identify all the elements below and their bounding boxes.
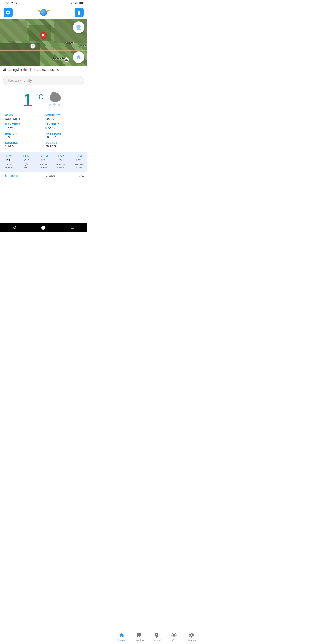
location-bar: 🏙 Springville 🇺🇸 📍 42.1055, -91.5120: [0, 66, 87, 74]
hourly-desc: overcastclouds: [52, 163, 70, 169]
snowflake-icon: ❄: [57, 102, 61, 107]
wind-label: WIND: [5, 114, 42, 117]
map-container[interactable]: 13 151 Whittier Viola Springville Google: [0, 19, 87, 66]
hourly-desc: overcastclouds: [70, 163, 87, 169]
cloud-shape: [50, 94, 61, 102]
hourly-temp: 2°C: [35, 158, 52, 162]
settings-button[interactable]: [3, 8, 12, 17]
humidity-value: 90%: [5, 135, 42, 139]
map-label-whittier: Whittier: [64, 41, 74, 44]
map-road: [0, 50, 87, 51]
map-road: [45, 19, 45, 66]
road-badge-13: 13: [30, 44, 35, 49]
content-scroll: 13 151 Whittier Viola Springville Google…: [0, 19, 87, 207]
android-home-button[interactable]: ⬤: [41, 225, 45, 230]
temperature-display: 1 °C ❄ ❄ ❄: [0, 88, 87, 111]
svg-rect-1: [76, 3, 77, 4]
snowflake-icon: ❄: [48, 102, 52, 107]
hourly-row: 4 PM 2°C overcastclouds 7 PM 2°C lightra…: [0, 154, 87, 169]
maxtemp-section: MAX TEMP 1.67°C: [3, 122, 43, 130]
map-pin-dot: [39, 31, 48, 40]
flag-icon: 🇺🇸: [23, 68, 27, 72]
map-field: [0, 21, 27, 41]
hourly-item: 10 PM 2°C overcastclouds: [35, 154, 52, 169]
map-field: [29, 26, 51, 41]
app-logo: [38, 7, 49, 18]
pressure-section: PRESSURE 1013Pa: [43, 131, 84, 140]
details-grid: WIND N3.58MpH VISIBILITY 10000 MAX TEMP …: [3, 113, 84, 149]
sunset-label: SUNSET: [45, 141, 82, 144]
svg-rect-5: [83, 2, 83, 4]
snowflake-icon: ❄: [53, 102, 56, 107]
android-nav-bar: ◁ ⬤ ▭: [0, 223, 87, 232]
svg-rect-3: [77, 2, 78, 4]
status-bar: 5:00 ⊙ ✉ •: [0, 0, 87, 6]
coordinates: 42.1055, -91.5120: [34, 68, 59, 72]
map-layers-button[interactable]: [73, 22, 84, 33]
hourly-item: 7 PM 2°C lightrain: [17, 154, 35, 169]
signal-icon: [75, 1, 78, 5]
hourly-item: 1 AM 2°C overcastclouds: [52, 154, 70, 169]
svg-rect-0: [75, 3, 76, 4]
visibility-value: 10000: [45, 117, 82, 120]
hourly-time: 10 PM: [35, 154, 52, 158]
maxtemp-value: 1.67°C: [5, 126, 42, 130]
daily-forecast-row: Thu Mar 18 Clouds 3°C: [0, 172, 87, 180]
android-back-button[interactable]: ◁: [13, 225, 16, 230]
hourly-temp: 2°C: [52, 158, 70, 162]
daily-desc: Clouds: [25, 174, 75, 177]
sunset-value: 20:14:35: [45, 144, 82, 148]
hourly-time: 1 AM: [52, 154, 70, 158]
status-right: [71, 1, 83, 5]
sunrise-section: SUNRISE 8:14:03: [3, 140, 43, 149]
status-left: 5:00 ⊙ ✉ •: [3, 1, 20, 5]
status-time: 5:00: [3, 2, 9, 5]
hourly-temp: 2°C: [17, 158, 35, 162]
hourly-desc: lightrain: [17, 163, 35, 169]
upload-button[interactable]: [75, 8, 83, 17]
map-label-springville: Springville: [52, 57, 65, 60]
city-search-input[interactable]: Search any city: [3, 76, 84, 85]
status-dot: •: [18, 2, 20, 5]
map-label-viola: Viola: [80, 44, 86, 48]
humidity-label: HUMIDITY: [5, 132, 42, 135]
hourly-time: 4 PM: [0, 154, 17, 158]
wifi-icon: [71, 1, 74, 5]
hourly-temp: 2°C: [0, 158, 17, 162]
hourly-item: 4 PM 2°C overcastclouds: [0, 154, 17, 169]
visibility-label: VISIBILITY: [45, 114, 82, 117]
mintemp-section: MIN TEMP 0.56°C: [43, 122, 84, 130]
daily-temp: 3°C: [75, 174, 84, 178]
wind-section: WIND N3.58MpH: [3, 113, 43, 122]
city-icon: 🏙: [3, 68, 6, 72]
humidity-section: HUMIDITY 90%: [3, 131, 43, 140]
city-name: Springville: [7, 68, 22, 72]
map-pin: [40, 32, 47, 38]
hourly-desc: overcastclouds: [0, 163, 17, 169]
status-icon-1: ⊙: [10, 1, 13, 5]
svg-rect-2: [77, 2, 77, 4]
hourly-forecast: 4 PM 2°C overcastclouds 7 PM 2°C lightra…: [0, 152, 87, 172]
visibility-section: VISIBILITY 10000: [43, 113, 84, 122]
mintemp-value: 0.56°C: [45, 126, 82, 130]
hourly-item: 4 AM 1°C overcastclouds: [70, 154, 87, 169]
sunrise-label: SUNRISE: [5, 141, 42, 144]
svg-rect-6: [79, 2, 83, 4]
temperature-value: 1: [23, 91, 33, 109]
hourly-time: 4 AM: [70, 154, 87, 158]
status-icon-2: ✉: [14, 1, 17, 5]
android-recents-button[interactable]: ▭: [71, 225, 75, 230]
google-label: Google: [2, 61, 9, 64]
hourly-temp: 1°C: [70, 158, 87, 162]
app-bar: [0, 6, 87, 19]
weather-icon: ❄ ❄ ❄: [46, 92, 64, 108]
sunset-section: SUNSET 20:14:35: [43, 140, 84, 149]
maxtemp-label: MAX TEMP: [5, 123, 42, 126]
weather-details: WIND N3.58MpH VISIBILITY 10000 MAX TEMP …: [0, 111, 87, 152]
map-home-button[interactable]: [73, 52, 84, 63]
pin-icon: 📍: [28, 68, 32, 72]
daily-date: Thu Mar 18: [3, 174, 25, 178]
battery-icon: [79, 1, 83, 5]
hourly-desc: overcastclouds: [35, 163, 52, 169]
mintemp-label: MIN TEMP: [45, 123, 82, 126]
